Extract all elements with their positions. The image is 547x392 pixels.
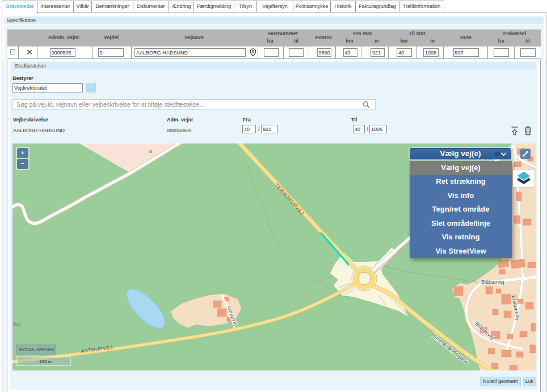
svg-text:567248, 6287466: 567248, 6287466 [19, 347, 54, 352]
svg-text:enhøj: enhøj [12, 322, 21, 327]
svg-text:100 m: 100 m [39, 359, 52, 364]
svg-text:Blåbærvej: Blåbærvej [481, 279, 504, 285]
